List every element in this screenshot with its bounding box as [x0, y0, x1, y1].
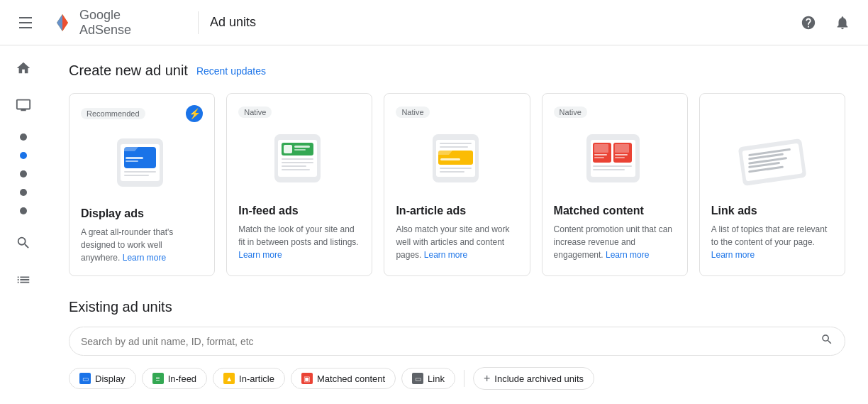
matched-content-card[interactable]: Native: [542, 93, 688, 276]
sidebar-dot-3[interactable]: [20, 189, 27, 196]
filter-inarticle[interactable]: ▲ In-article: [213, 368, 285, 389]
link-ads-card[interactable]: Link ads A list of topics that are relev…: [699, 93, 845, 276]
infeed-illustration: [238, 125, 360, 196]
svg-rect-6: [124, 171, 156, 173]
matched-illustration: [554, 125, 676, 196]
svg-rect-36: [615, 157, 625, 158]
link-illustration: [711, 125, 833, 196]
logo-text: Google AdSense: [79, 8, 175, 38]
search-page-icon: [16, 235, 31, 251]
link-chip-icon: ▭: [412, 373, 423, 384]
list-icon: [16, 272, 31, 288]
inarticle-ads-card[interactable]: Native: [384, 93, 530, 276]
link-card-name: Link ads: [711, 204, 833, 217]
svg-rect-12: [294, 146, 310, 148]
svg-rect-34: [615, 144, 629, 153]
filter-display[interactable]: ▭ Display: [69, 368, 136, 389]
infeed-ads-card[interactable]: Native: [226, 93, 372, 276]
display-card-name: Display ads: [81, 207, 203, 220]
sidebar: [0, 45, 46, 404]
help-icon: [801, 15, 816, 31]
svg-rect-14: [282, 158, 313, 160]
matched-learn-more[interactable]: Learn more: [606, 250, 649, 260]
display-chip-label: Display: [95, 373, 126, 384]
svg-rect-38: [593, 169, 625, 170]
svg-rect-17: [282, 169, 310, 170]
sidebar-dot-2[interactable]: [20, 170, 27, 178]
sidebar-dot-active[interactable]: [20, 152, 27, 159]
svg-rect-11: [284, 145, 292, 153]
matched-card-name: Matched content: [554, 204, 676, 217]
svg-rect-33: [594, 157, 604, 158]
svg-rect-16: [282, 165, 306, 167]
svg-rect-31: [594, 144, 608, 153]
topbar-divider: [198, 11, 199, 34]
display-illustration: [81, 128, 203, 199]
sidebar-dot-4[interactable]: [20, 207, 27, 214]
link-card-badge: [711, 105, 833, 119]
sidebar-item-ads[interactable]: [6, 88, 40, 122]
matched-chip-icon: ▣: [301, 373, 313, 384]
sidebar-item-reports[interactable]: [6, 263, 40, 297]
sidebar-dot-1[interactable]: [20, 133, 27, 141]
svg-rect-21: [440, 146, 468, 148]
infeed-chip-label: In-feed: [168, 373, 196, 384]
link-chip-label: Link: [428, 373, 445, 384]
infeed-card-name: In-feed ads: [238, 204, 360, 217]
help-button[interactable]: [794, 9, 823, 37]
hamburger-icon: [19, 17, 32, 28]
filter-infeed[interactable]: ≡ In-feed: [142, 368, 207, 389]
svg-rect-4: [126, 157, 143, 159]
display-chip-icon: ▭: [79, 373, 91, 384]
svg-rect-7: [124, 175, 149, 176]
include-archived-label: Include archived units: [494, 373, 584, 384]
search-input[interactable]: [81, 336, 815, 347]
display-ads-card[interactable]: Recommended ⚡: [69, 93, 215, 276]
svg-rect-26: [440, 171, 464, 173]
matched-chip-label: Matched content: [317, 373, 385, 384]
inarticle-card-badge: Native: [396, 105, 518, 119]
create-section-header: Create new ad unit Recent updates: [69, 62, 845, 79]
existing-section-title: Existing ad units: [69, 299, 845, 315]
infeed-chip-icon: ≡: [152, 373, 164, 384]
inarticle-learn-more[interactable]: Learn more: [424, 250, 467, 260]
content-area: Create new ad unit Recent updates Recomm…: [46, 45, 868, 404]
inarticle-card-name: In-article ads: [396, 204, 518, 217]
link-learn-more[interactable]: Learn more: [711, 250, 755, 260]
search-bar: [69, 327, 845, 356]
matched-native-badge: Native: [554, 107, 587, 118]
search-button[interactable]: [820, 333, 833, 349]
svg-rect-35: [615, 154, 628, 155]
page-title: Ad units: [210, 15, 794, 30]
filter-matched[interactable]: ▣ Matched content: [291, 368, 396, 389]
sidebar-item-search[interactable]: [6, 226, 40, 260]
infeed-learn-more[interactable]: Learn more: [238, 250, 282, 260]
inarticle-illustration: [396, 125, 518, 196]
notifications-button[interactable]: [828, 9, 857, 37]
link-card-desc: A list of topics that are relevant to th…: [711, 223, 833, 264]
menu-button[interactable]: [11, 9, 40, 37]
ad-cards-grid: Recommended ⚡: [69, 93, 845, 276]
svg-rect-13: [294, 149, 306, 151]
svg-rect-24: [440, 158, 460, 160]
display-card-desc: A great all-rounder that's designed to w…: [81, 226, 203, 264]
display-icon: [16, 97, 31, 113]
recent-updates-link[interactable]: Recent updates: [196, 65, 266, 77]
logo-area: Google AdSense: [51, 8, 175, 38]
create-section-title: Create new ad unit: [69, 62, 188, 79]
svg-rect-20: [440, 143, 472, 144]
plus-icon: +: [484, 372, 490, 385]
infeed-card-badge: Native: [238, 105, 360, 119]
adsense-logo-icon: [51, 11, 74, 34]
display-card-badge: Recommended ⚡: [81, 105, 203, 122]
svg-rect-37: [593, 165, 632, 167]
sidebar-item-home[interactable]: [6, 51, 40, 85]
main-layout: Create new ad unit Recent updates Recomm…: [0, 45, 868, 404]
filter-link[interactable]: ▭ Link: [401, 368, 455, 389]
topbar-left: Google AdSense: [11, 8, 210, 38]
chips-divider: [464, 370, 464, 387]
topbar-icons: [794, 9, 857, 37]
display-learn-more[interactable]: Learn more: [123, 253, 166, 263]
include-archived-chip[interactable]: + Include archived units: [473, 367, 594, 390]
inarticle-card-desc: Also match your site and work well with …: [396, 223, 518, 264]
